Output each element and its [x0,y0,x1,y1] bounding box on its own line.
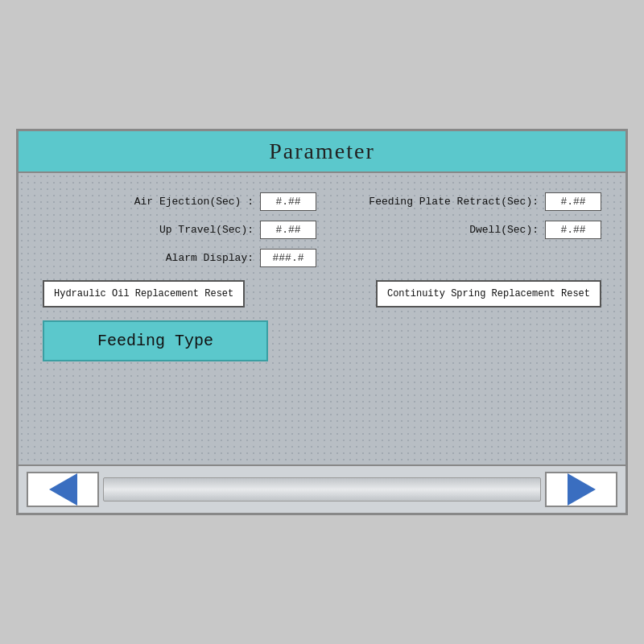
bottom-nav-bar [19,464,625,513]
scrollbar-track [103,477,541,502]
prev-arrow-icon [49,473,77,506]
content-area: Air Ejection(Sec) : #.## Feeding Plate R… [19,173,625,464]
up-travel-label: Up Travel(Sec): [159,224,254,236]
feeding-plate-retract-input[interactable]: #.## [545,192,601,211]
feeding-type-button[interactable]: Feeding Type [43,320,268,361]
alarm-display-input[interactable]: ###.# [260,249,316,267]
dwell-input[interactable]: #.## [545,221,601,239]
continuity-reset-button[interactable]: Continuity Spring Replacement Reset [376,280,601,308]
air-ejection-input[interactable]: #.## [260,192,316,211]
hydraulic-reset-button[interactable]: Hydraulic Oil Replacement Reset [43,280,245,308]
next-arrow-icon [568,473,596,506]
up-travel-input[interactable]: #.## [260,221,316,239]
page-title: Parameter [269,138,375,164]
params-grid: Air Ejection(Sec) : #.## Feeding Plate R… [43,188,601,456]
main-window: Parameter Air Ejection(Sec) : #.## Feedi… [16,129,628,515]
left-fields-3: Alarm Display: ###.# [43,249,316,267]
feeding-plate-retract-label: Feeding Plate Retract(Sec): [369,196,539,208]
prev-button[interactable] [27,472,99,507]
air-ejection-label: Air Ejection(Sec) : [134,196,254,208]
alarm-display-label: Alarm Display: [166,252,254,264]
title-bar: Parameter [19,131,625,173]
next-button[interactable] [545,472,617,507]
left-fields-2: Up Travel(Sec): #.## [43,221,316,239]
dwell-label: Dwell(Sec): [469,224,539,236]
left-fields: Air Ejection(Sec) : #.## [43,192,316,211]
